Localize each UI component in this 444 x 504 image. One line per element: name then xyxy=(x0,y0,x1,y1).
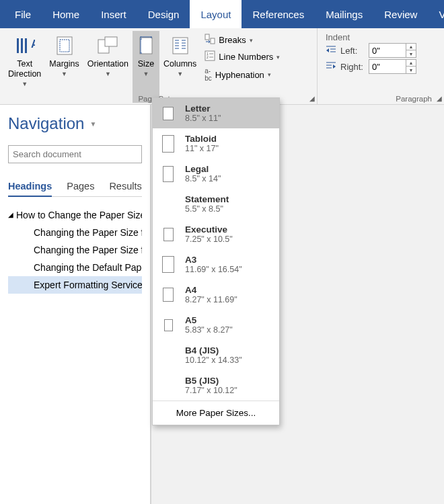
chevron-down-icon: ▾ xyxy=(268,71,271,78)
indent-left-spinner[interactable]: ▲▼ xyxy=(369,43,416,58)
svg-rect-0 xyxy=(17,38,19,53)
tab-review[interactable]: Review xyxy=(373,0,428,28)
columns-label: Columns xyxy=(163,59,196,69)
tab-mailings[interactable]: Mailings xyxy=(315,0,373,28)
spin-down-icon[interactable]: ▼ xyxy=(406,50,416,57)
size-name: A5 xyxy=(185,315,233,325)
size-option-a3[interactable]: A311.69" x 16.54" xyxy=(153,249,279,280)
hyphenation-button[interactable]: a-bc Hyphenation ▾ xyxy=(203,66,281,83)
size-option-executive[interactable]: Executive7.25" x 10.5" xyxy=(153,219,279,249)
size-label: Size xyxy=(138,59,154,69)
tab-references[interactable]: References xyxy=(242,0,315,28)
spin-up-icon[interactable]: ▲ xyxy=(406,44,416,50)
breaks-label: Breaks xyxy=(219,35,246,45)
margins-icon xyxy=(55,34,74,58)
size-icon xyxy=(137,34,155,58)
page-thumb-icon xyxy=(161,319,176,331)
size-dims: 8.27" x 11.69" xyxy=(185,295,237,304)
tree-root-label: How to Change the Paper Size in Word xyxy=(16,206,142,224)
size-name: B5 (JIS) xyxy=(185,376,237,386)
size-dims: 5.83" x 8.27" xyxy=(185,325,233,335)
spin-down-icon[interactable]: ▼ xyxy=(406,67,416,73)
tab-design[interactable]: Design xyxy=(137,0,190,28)
size-dims: 11.69" x 16.54" xyxy=(185,265,242,274)
size-option-a4[interactable]: A48.27" x 11.69" xyxy=(153,280,279,310)
svg-text:2: 2 xyxy=(207,55,209,59)
svg-rect-19 xyxy=(211,38,215,44)
size-dims: 8.5" x 14" xyxy=(185,174,221,183)
line-numbers-button[interactable]: 12 Line Numbers ▾ xyxy=(203,49,281,65)
margins-button[interactable]: Margins ▼ xyxy=(45,31,83,103)
collapse-icon[interactable]: ◢ xyxy=(8,206,13,224)
navtab-results[interactable]: Results xyxy=(109,181,141,196)
columns-icon xyxy=(171,34,190,58)
more-paper-sizes[interactable]: More Paper Sizes... xyxy=(153,401,279,425)
size-dropdown: Letter8.5" x 11"Tabloid11" x 17"Legal8.5… xyxy=(152,97,280,425)
size-dims: 7.17" x 10.12" xyxy=(185,386,237,395)
hyphenation-icon: a-bc xyxy=(205,67,212,82)
search-input[interactable] xyxy=(8,145,142,163)
size-name: Legal xyxy=(185,164,221,174)
page-thumb-icon xyxy=(161,228,176,241)
size-option-b4-jis-[interactable]: B4 (JIS)10.12" x 14.33" xyxy=(153,340,279,370)
navigation-title-text: Navigation xyxy=(8,114,84,133)
breaks-icon xyxy=(205,34,215,46)
chevron-down-icon: ▼ xyxy=(61,69,67,79)
margins-label: Margins xyxy=(49,59,79,69)
breaks-button[interactable]: Breaks ▾ xyxy=(203,32,281,48)
size-dims: 8.5" x 11" xyxy=(185,114,221,123)
spin-up-icon[interactable]: ▲ xyxy=(406,60,416,67)
tab-layout[interactable]: Layout xyxy=(190,0,242,28)
group-label-paragraph: Paragraph xyxy=(318,95,432,103)
tab-file[interactable]: File xyxy=(4,0,42,28)
tab-view[interactable]: View xyxy=(428,0,444,28)
chevron-down-icon: ▼ xyxy=(177,69,183,79)
size-name: A3 xyxy=(185,255,242,265)
size-option-statement[interactable]: Statement5.5" x 8.5" xyxy=(153,189,279,219)
size-option-b5-jis-[interactable]: B5 (JIS)7.17" x 10.12" xyxy=(153,370,279,401)
page-setup-launcher[interactable]: ◢ xyxy=(309,95,315,102)
columns-button[interactable]: Columns ▼ xyxy=(159,31,200,103)
text-direction-button[interactable]: A Text Direction ▼ xyxy=(4,31,45,103)
tree-item[interactable]: Changing the Default Paper Size xyxy=(8,259,142,276)
size-dims: 7.25" x 10.5" xyxy=(185,235,233,244)
indent-left-input[interactable] xyxy=(369,44,406,57)
group-page-setup: A Text Direction ▼ Margins ▼ Orientation… xyxy=(0,28,318,104)
svg-rect-18 xyxy=(205,34,209,40)
svg-rect-2 xyxy=(25,38,27,53)
indent-right-icon xyxy=(326,61,336,73)
tree-item[interactable]: Expert Formatting Services xyxy=(8,276,142,294)
indent-right-input[interactable] xyxy=(369,60,406,73)
size-name: Statement xyxy=(185,194,229,204)
tab-home[interactable]: Home xyxy=(42,0,90,28)
size-button[interactable]: Size ▼ xyxy=(133,31,159,103)
orientation-button[interactable]: Orientation ▼ xyxy=(83,31,133,103)
left-label: Left: xyxy=(340,46,365,56)
svg-rect-7 xyxy=(105,37,117,46)
tree-item[interactable]: Changing the Paper Size for a Whole Docu… xyxy=(8,224,142,241)
size-dims: 11" x 17" xyxy=(185,144,219,153)
size-option-a5[interactable]: A55.83" x 8.27" xyxy=(153,310,279,340)
chevron-down-icon[interactable]: ▼ xyxy=(89,120,96,128)
indent-right-spinner[interactable]: ▲▼ xyxy=(369,59,416,74)
size-option-letter[interactable]: Letter8.5" x 11" xyxy=(153,98,279,128)
page-thumb-icon xyxy=(161,288,176,302)
size-option-legal[interactable]: Legal8.5" x 14" xyxy=(153,159,279,189)
line-numbers-label: Line Numbers xyxy=(219,52,273,62)
tab-insert[interactable]: Insert xyxy=(90,0,137,28)
navigation-panel: Navigation ▼ HeadingsPagesResults ◢ How … xyxy=(0,105,151,504)
orientation-icon xyxy=(97,34,118,58)
paragraph-launcher[interactable]: ◢ xyxy=(437,95,442,102)
size-name: Letter xyxy=(185,103,221,114)
size-dims: 10.12" x 14.33" xyxy=(185,355,242,365)
size-option-tabloid[interactable]: Tabloid11" x 17" xyxy=(153,128,279,159)
indent-header: Indent xyxy=(322,31,440,42)
tree-item[interactable]: Changing the Paper Size for a Section xyxy=(8,241,142,259)
size-name: A4 xyxy=(185,285,237,295)
navtab-headings[interactable]: Headings xyxy=(8,181,52,197)
text-direction-label: Text Direction xyxy=(8,59,41,79)
navtab-pages[interactable]: Pages xyxy=(67,181,94,196)
tree-root[interactable]: ◢ How to Change the Paper Size in Word xyxy=(8,206,142,224)
chevron-down-icon: ▾ xyxy=(276,54,280,60)
svg-rect-1 xyxy=(21,38,23,53)
